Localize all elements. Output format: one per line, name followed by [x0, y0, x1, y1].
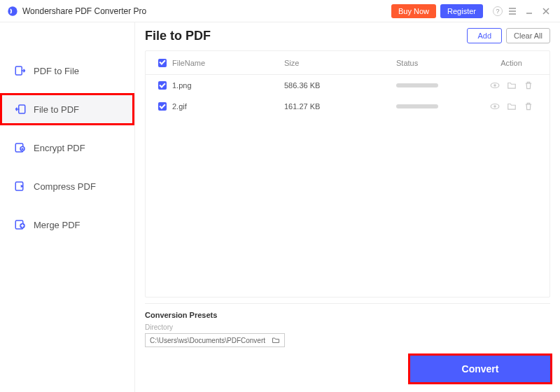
buy-now-button[interactable]: Buy Now — [391, 4, 436, 18]
table-row: 1.png 586.36 KB — [146, 75, 550, 96]
row-checkbox[interactable] — [158, 102, 167, 111]
add-button[interactable]: Add — [467, 28, 502, 43]
preview-icon[interactable] — [490, 102, 500, 111]
delete-icon[interactable] — [524, 80, 533, 90]
clear-all-button[interactable]: Clear All — [506, 28, 550, 43]
table-row: 2.gif 161.27 KB — [146, 96, 550, 117]
delete-icon[interactable] — [524, 102, 533, 111]
sidebar-item-label: Compress PDF — [34, 181, 96, 192]
cell-filename: 2.gif — [172, 102, 284, 111]
cell-filename: 1.png — [172, 81, 284, 90]
page-title: File to PDF — [145, 29, 463, 43]
svg-point-0 — [8, 6, 17, 15]
sidebar-item-label: Encrypt PDF — [34, 143, 85, 153]
presets-title: Conversion Presets — [145, 311, 550, 319]
encrypt-pdf-icon — [14, 141, 27, 154]
compress-pdf-icon — [14, 180, 27, 192]
sidebar-item-compress-pdf[interactable]: Compress PDF — [0, 170, 134, 202]
select-all-checkbox[interactable] — [158, 59, 167, 67]
pdf-to-file-icon — [14, 64, 27, 77]
directory-input[interactable]: C:\Users\ws\Documents\PDFConvert — [145, 333, 285, 347]
preview-icon[interactable] — [490, 80, 500, 90]
cell-size: 586.36 KB — [284, 81, 396, 90]
register-button[interactable]: Register — [440, 4, 483, 18]
help-icon[interactable]: ? — [493, 6, 503, 16]
cell-size: 161.27 KB — [284, 102, 396, 111]
status-bar — [396, 104, 438, 108]
column-header-action: Action — [480, 59, 542, 67]
svg-point-10 — [493, 84, 496, 87]
app-title: Wondershare PDF Converter Pro — [22, 6, 391, 16]
directory-label: Directory — [145, 323, 550, 331]
row-checkbox[interactable] — [158, 81, 167, 90]
app-logo-icon — [7, 6, 18, 17]
svg-point-12 — [493, 105, 496, 108]
svg-rect-5 — [22, 148, 24, 150]
conversion-presets: Conversion Presets Directory C:\Users\ws… — [145, 303, 550, 347]
status-bar — [396, 83, 438, 88]
column-header-filename: FileName — [172, 59, 284, 67]
directory-value: C:\Users\ws\Documents\PDFConvert — [150, 337, 272, 344]
column-header-status: Status — [396, 59, 480, 67]
svg-rect-1 — [15, 66, 22, 75]
file-to-pdf-icon — [14, 103, 27, 115]
minimize-icon[interactable] — [522, 4, 536, 18]
sidebar-item-label: PDF to File — [34, 66, 79, 76]
merge-pdf-icon — [14, 218, 27, 231]
sidebar: PDF to File File to PDF Encrypt PDF Comp… — [0, 22, 135, 392]
sidebar-item-pdf-to-file[interactable]: PDF to File — [0, 55, 134, 87]
svg-rect-2 — [19, 105, 25, 113]
convert-button[interactable]: Convert — [410, 356, 550, 382]
browse-folder-icon[interactable] — [272, 336, 280, 344]
open-folder-icon[interactable] — [507, 80, 517, 90]
column-header-size: Size — [284, 59, 396, 67]
sidebar-item-label: Merge PDF — [34, 220, 80, 230]
close-icon[interactable] — [539, 4, 553, 18]
open-folder-icon[interactable] — [507, 102, 517, 111]
sidebar-item-merge-pdf[interactable]: Merge PDF — [0, 209, 134, 241]
file-table: FileName Size Status Action 1.png 586.36… — [145, 50, 550, 298]
sidebar-item-file-to-pdf[interactable]: File to PDF — [0, 93, 134, 125]
sidebar-item-label: File to PDF — [34, 104, 79, 115]
menu-icon[interactable] — [505, 4, 519, 18]
sidebar-item-encrypt-pdf[interactable]: Encrypt PDF — [0, 132, 134, 164]
